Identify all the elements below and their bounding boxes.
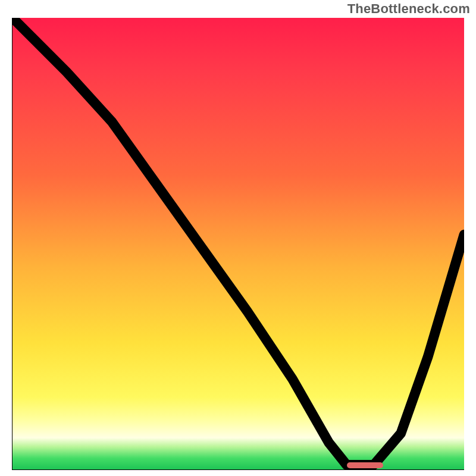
chart-container: TheBottleneck.com	[0, 0, 476, 476]
curve-path	[12, 18, 464, 465]
watermark-label: TheBottleneck.com	[347, 1, 470, 17]
optimal-range-marker	[347, 462, 383, 468]
plot-area	[12, 18, 464, 470]
bottleneck-curve	[12, 18, 464, 469]
